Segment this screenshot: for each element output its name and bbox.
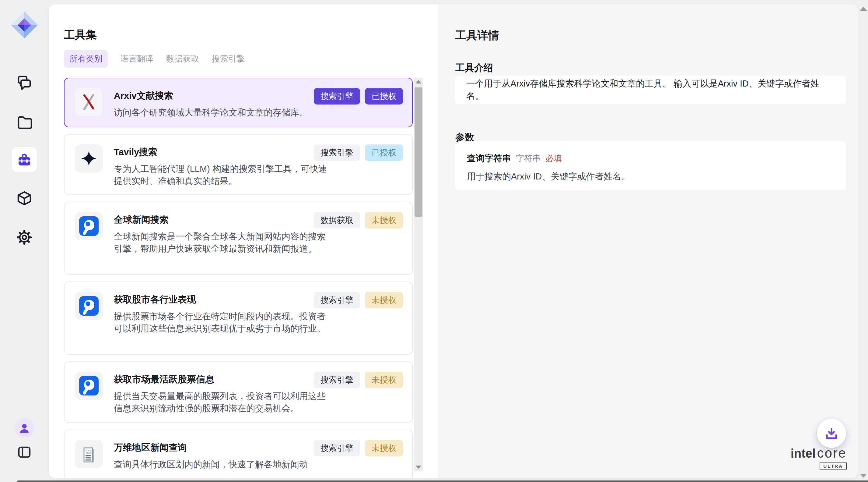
details-title: 工具详情 [455,28,499,43]
news-search-logo-icon [75,372,103,400]
window-bottom-edge [17,480,868,482]
download-button[interactable] [817,419,846,448]
tool-card-active-stocks[interactable]: 获取市场最活跃股票信息 提供当天交易量最高的股票列表，投资者可以利用这些信息来识… [64,361,413,423]
arxiv-logo-icon [75,88,103,116]
chat-icon [17,74,32,90]
tool-name: Tavily搜索 [114,146,329,158]
auth-badge: 未授权 [365,292,403,308]
user-icon [19,422,30,434]
download-icon [825,426,838,440]
local-news-logo-icon: LOCAL NEW [75,440,103,468]
param-required-label: 必填 [546,153,562,164]
auth-badge: 已授权 [365,144,403,161]
sidebar [0,0,49,482]
scroll-down-icon[interactable] [860,474,867,478]
category-badge: 搜索引擎 [314,88,360,105]
panel-toggle-button[interactable] [0,445,49,459]
tool-card-stock-sectors[interactable]: 获取股市各行业表现 提供股票市场各个行业在特定时间段内的表现。投资者可以利用这些… [64,282,413,355]
param-name: 查询字符串 [467,152,511,165]
intel-core-ultra-logo: intel core ULTRA [767,446,847,470]
main-content: 工具集 所有类别 语言翻译 数据获取 搜索引擎 Arxiv文献搜索 访问各个研究… [49,4,858,478]
tool-card-global-news[interactable]: 全球新闻搜索 全球新闻搜索是一个聚合全球各大新闻网站内容的搜索引擎，帮助用户快速… [64,202,413,275]
param-description: 用于搜索的Arxiv ID、关键字或作者姓名。 [467,171,835,183]
tool-card-local-news[interactable]: LOCAL NEW 万维地区新闻查询 查询具体行政区划内的新闻，快速了解各地新闻… [64,430,413,478]
sidebar-item-files[interactable] [0,115,49,130]
tool-name: 获取市场最活跃股票信息 [114,373,329,385]
tool-name: 万维地区新闻查询 [114,442,329,453]
tool-description: 专为人工智能代理 (LLM) 构建的搜索引擎工具，可快速提供实时、准确和真实的结… [114,163,329,187]
folder-icon [17,115,32,130]
tavily-logo-icon [75,144,103,172]
intro-box: 一个用于从Arxiv存储库搜索科学论文和文章的工具。 输入可以是Arxiv ID… [455,76,846,104]
tab-all-categories[interactable]: 所有类别 [64,50,108,68]
category-badge: 搜索引擎 [314,144,360,161]
toolbox-icon [17,152,32,167]
scroll-up-icon[interactable] [416,80,421,84]
param-type: 字符串 [516,153,540,164]
category-badge: 搜索引擎 [314,440,360,456]
tool-details-panel: 工具详情 工具介绍 一个用于从Arxiv存储库搜索科学论文和文章的工具。 输入可… [438,4,858,478]
news-search-logo-icon [75,212,103,240]
cube-icon [17,191,32,206]
intro-text: 一个用于从Arxiv存储库搜索科学论文和文章的工具。 输入可以是Arxiv ID… [466,78,835,102]
window-scrollbar[interactable] [859,0,868,482]
tab-search-engine[interactable]: 搜索引擎 [212,50,245,68]
tool-description: 提供股票市场各个行业在特定时间段内的表现。投资者可以利用这些信息来识别表现优于或… [114,310,329,335]
tab-translation[interactable]: 语言翻译 [121,50,153,68]
tool-description: 查询具体行政区划内的新闻，快速了解各地新闻动 [114,458,329,471]
params-box: 查询字符串 字符串 必填 用于搜索的Arxiv ID、关键字或作者姓名。 [455,141,846,190]
tab-data-fetch[interactable]: 数据获取 [166,50,199,68]
tool-description: 提供当天交易量最高的股票列表，投资者可以利用这些信息来识别流动性强的股票和潜在的… [114,390,329,414]
panel-toggle-icon [17,445,32,459]
tool-list: Arxiv文献搜索 访问各个研究领域大量科学论文和文章的存储库。 搜索引擎 已授… [49,78,438,478]
sidebar-item-models[interactable] [0,191,49,206]
scroll-up-icon[interactable] [860,7,867,11]
category-badge: 数据获取 [314,212,360,228]
news-search-logo-icon [75,292,103,320]
auth-badge: 未授权 [365,212,403,228]
app-logo-icon [0,10,49,39]
core-wordmark: core [817,446,847,460]
category-badge: 搜索引擎 [314,372,360,388]
sidebar-item-settings[interactable] [0,230,49,245]
gear-icon [17,230,32,245]
tool-name: 获取股市各行业表现 [114,294,329,305]
tool-description: 访问各个研究领域大量科学论文和文章的存储库。 [114,106,329,118]
tool-name: 全球新闻搜索 [114,214,329,225]
user-avatar[interactable] [14,418,34,438]
intro-heading: 工具介绍 [455,61,493,74]
sidebar-item-tools-active[interactable] [11,147,37,172]
svg-text:NEW: NEW [86,452,92,454]
tool-list-scrollbar[interactable] [414,78,423,471]
tool-card-arxiv[interactable]: Arxiv文献搜索 访问各个研究领域大量科学论文和文章的存储库。 搜索引擎 已授… [64,78,413,127]
sidebar-item-chat[interactable] [0,74,49,90]
toolset-title: 工具集 [64,28,97,41]
auth-badge: 已授权 [365,88,403,105]
auth-badge: 未授权 [365,372,403,388]
category-tabs: 所有类别 语言翻译 数据获取 搜索引擎 [64,50,245,68]
ultra-badge: ULTRA [819,462,847,470]
scroll-down-icon[interactable] [416,465,421,469]
scrollbar-thumb[interactable] [414,87,423,217]
tool-card-tavily[interactable]: Tavily搜索 专为人工智能代理 (LLM) 构建的搜索引擎工具，可快速提供实… [64,134,413,195]
tool-name: Arxiv文献搜索 [114,90,329,102]
toolset-panel: 工具集 所有类别 语言翻译 数据获取 搜索引擎 Arxiv文献搜索 访问各个研究… [49,4,438,478]
intel-wordmark: intel [791,447,816,460]
category-badge: 搜索引擎 [314,292,360,308]
auth-badge: 未授权 [365,440,403,456]
tool-description: 全球新闻搜索是一个聚合全球各大新闻网站内容的搜索引擎，帮助用户快速获取全球最新资… [114,230,329,255]
